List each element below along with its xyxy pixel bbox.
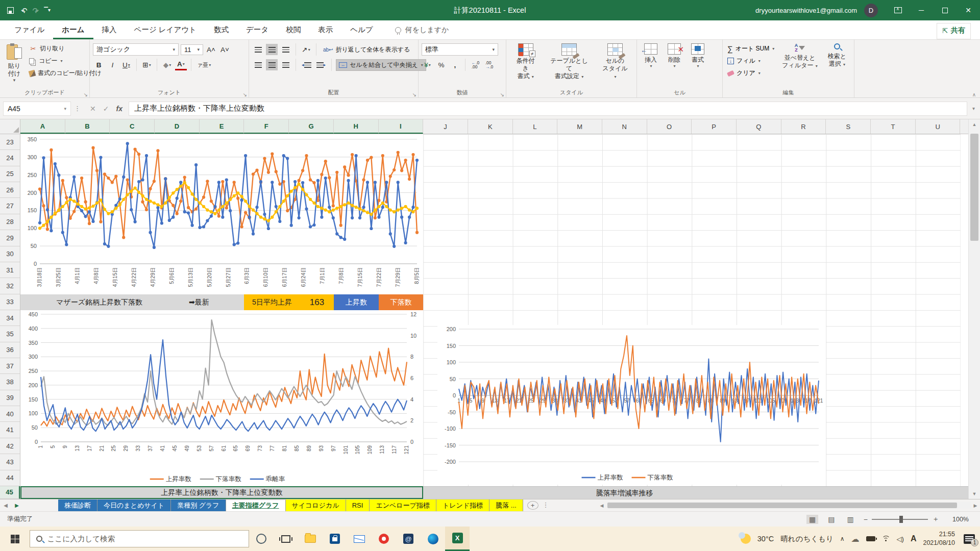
clock[interactable]: 21:55 2021/08/10: [923, 530, 955, 547]
increase-decimal-button[interactable]: ←.0.00: [470, 59, 481, 70]
column-header-A[interactable]: A: [20, 119, 65, 134]
weather-temp[interactable]: 30°C: [757, 535, 774, 543]
clipboard-dialog-launcher[interactable]: ↘: [84, 92, 88, 97]
column-header-T[interactable]: T: [871, 119, 916, 134]
comma-format-button[interactable]: ,: [449, 59, 461, 70]
taskbar-search-input[interactable]: ここに入力して検索: [30, 530, 249, 547]
row-header-40[interactable]: 40: [0, 406, 20, 422]
italic-button[interactable]: I: [107, 59, 118, 70]
row-header-32[interactable]: 32: [0, 278, 20, 294]
decrease-decimal-button[interactable]: .00→.0: [483, 59, 495, 70]
orientation-button[interactable]: ↗▾: [300, 44, 312, 55]
sheet-tab-1[interactable]: 今日のまとめサイト: [97, 499, 171, 511]
avatar[interactable]: D: [864, 4, 878, 17]
underline-button[interactable]: U▾: [120, 59, 132, 70]
row-header-37[interactable]: 37: [0, 358, 20, 374]
row-header-26[interactable]: 26: [0, 182, 20, 198]
format-as-table-button[interactable]: テーブルとして書式設定 ▾: [544, 42, 595, 82]
zoom-percentage[interactable]: 100%: [946, 516, 969, 523]
wifi-icon[interactable]: [882, 536, 890, 542]
row-header-45[interactable]: 45: [0, 486, 20, 499]
column-header-J[interactable]: J: [423, 119, 468, 134]
tab-0[interactable]: ホーム: [53, 21, 93, 39]
align-center-button[interactable]: [266, 59, 278, 70]
mail-button[interactable]: [347, 527, 372, 551]
save-icon[interactable]: [7, 7, 14, 14]
close-button[interactable]: ✕: [957, 0, 980, 20]
tab-1[interactable]: 挿入: [93, 21, 126, 39]
alignment-dialog-launcher[interactable]: ↘: [412, 92, 416, 97]
column-header-I[interactable]: I: [379, 119, 424, 134]
ime-mode[interactable]: A: [911, 534, 917, 543]
row-header-28[interactable]: 28: [0, 214, 20, 230]
column-header-C[interactable]: C: [110, 119, 155, 134]
number-format-select[interactable]: 標準▾: [422, 43, 498, 56]
undo-button[interactable]: ↶▾: [21, 7, 26, 14]
row45-selected-cell[interactable]: 上昇率上位銘柄数・下降率上位変動数: [20, 486, 423, 499]
name-box[interactable]: A45▾: [3, 102, 71, 116]
ribbon-display-options-button[interactable]: ∧: [886, 0, 910, 20]
sheet-tab-4[interactable]: サイコロジカル: [286, 499, 346, 511]
column-header-P[interactable]: P: [692, 119, 737, 134]
store-button[interactable]: [323, 527, 347, 551]
vertical-scroll-thumb[interactable]: [970, 134, 978, 241]
sheet-tab-5[interactable]: RSI: [346, 499, 370, 511]
paste-button[interactable]: 貼り付け▾: [3, 42, 26, 85]
tab-5[interactable]: 校閲: [277, 21, 309, 39]
hscroll-left-arrow[interactable]: ◀: [597, 503, 606, 508]
zoom-out-icon[interactable]: −: [864, 515, 868, 523]
weather-moon-icon[interactable]: [741, 534, 751, 544]
confirm-entry-icon[interactable]: ✓: [103, 105, 109, 113]
page-layout-view-button[interactable]: ▤: [825, 515, 837, 524]
tab-6[interactable]: 表示: [309, 21, 341, 39]
increase-indent-button[interactable]: ▸: [315, 59, 328, 70]
zoom-slider[interactable]: − ＋: [864, 515, 939, 524]
formula-input[interactable]: 上昇率上位銘柄数・下降率上位変動数: [129, 102, 967, 116]
tray-overflow-icon[interactable]: ∧: [840, 535, 845, 542]
row-header-27[interactable]: 27: [0, 198, 20, 214]
fill-button[interactable]: ↓フィル▾: [726, 56, 776, 66]
sheet-tab-3[interactable]: 主要指標グラフ: [226, 499, 286, 511]
top-chart[interactable]: 0501001502002503003503月18日3月25日4月1日4月8日4…: [20, 134, 423, 294]
clear-button[interactable]: クリア▾: [726, 68, 776, 78]
cell-styles-button[interactable]: セルのスタイル ▾: [597, 42, 633, 82]
column-header-S[interactable]: S: [826, 119, 871, 134]
align-bottom-button[interactable]: [280, 44, 291, 55]
align-top-button[interactable]: [252, 44, 264, 55]
sheet-tab-0[interactable]: 株価診断: [58, 499, 97, 511]
format-cells-button[interactable]: 書式▾: [687, 42, 708, 70]
action-center-button[interactable]: 1: [964, 534, 975, 544]
row-header-41[interactable]: 41: [0, 422, 20, 438]
column-header-E[interactable]: E: [200, 119, 244, 134]
row-header-42[interactable]: 42: [0, 438, 20, 454]
scroll-down-arrow[interactable]: ▼: [969, 489, 980, 499]
number-dialog-launcher[interactable]: ↘: [500, 92, 504, 97]
insert-cells-button[interactable]: ← 挿入▾: [640, 42, 662, 70]
at-app-button[interactable]: @: [396, 527, 421, 551]
wrap-text-button[interactable]: ab↩折り返して全体を表示する: [321, 44, 412, 55]
expand-formula-bar-icon[interactable]: ▾: [967, 106, 980, 111]
tab-2[interactable]: ページ レイアウト: [126, 21, 205, 39]
column-header-Q[interactable]: Q: [737, 119, 781, 134]
weather-text[interactable]: 晴れのちくもり: [780, 534, 834, 544]
edge-button[interactable]: [421, 527, 445, 551]
increase-font-size-button[interactable]: A˄: [205, 44, 217, 55]
font-dialog-launcher[interactable]: ↘: [243, 92, 247, 97]
font-size-select[interactable]: 11▾: [181, 44, 203, 55]
tab-7[interactable]: ヘルプ: [341, 21, 382, 39]
customize-qat-button[interactable]: ▔▾: [44, 8, 51, 13]
column-header-H[interactable]: H: [334, 119, 379, 134]
collapse-ribbon-button[interactable]: ∧: [972, 92, 976, 97]
page-break-view-button[interactable]: ▥: [845, 515, 856, 524]
minimize-button[interactable]: ─: [910, 0, 933, 20]
tab-scroll-splitter[interactable]: ⋮: [541, 499, 551, 511]
align-middle-button[interactable]: [266, 44, 278, 55]
zoom-in-icon[interactable]: ＋: [932, 515, 939, 524]
tab-file[interactable]: ファイル: [0, 21, 53, 39]
percent-format-button[interactable]: %: [435, 59, 447, 70]
mothers-banner-row[interactable]: マザーズ銘柄上昇数下落数 ➡最新 5日平均上昇 163 上昇数 下落数: [20, 294, 423, 310]
cortana-button[interactable]: [249, 527, 274, 551]
column-header-R[interactable]: R: [781, 119, 826, 134]
bottom-right-chart[interactable]: -200-150-100-500501001502001591317212529…: [437, 325, 826, 485]
maximize-button[interactable]: [933, 0, 957, 20]
